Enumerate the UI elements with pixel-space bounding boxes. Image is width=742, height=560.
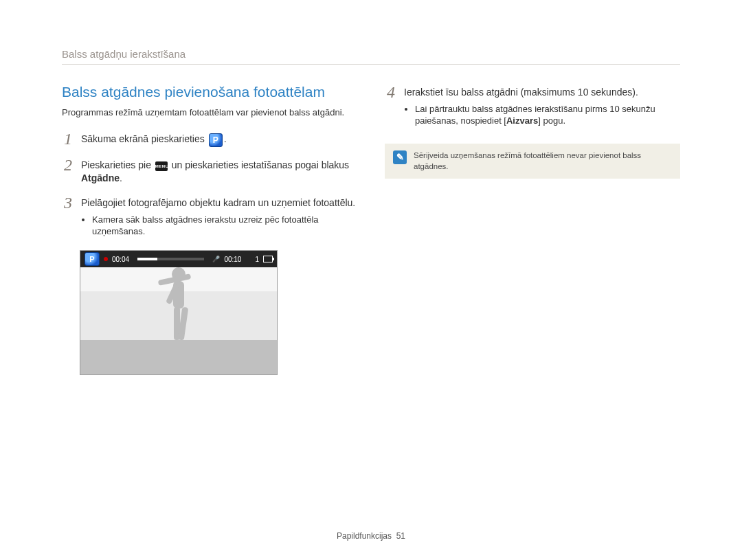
step-number: 4 bbox=[385, 84, 397, 100]
footer-section: Papildfunkcijas bbox=[337, 531, 392, 541]
note-icon: ✎ bbox=[393, 150, 407, 164]
step-number: 3 bbox=[62, 194, 74, 211]
note-text: Sērijveida uzņemšanas režīmā fotoattēlie… bbox=[414, 150, 672, 172]
subject-silhouette-icon bbox=[155, 263, 203, 346]
menu-icon bbox=[155, 161, 168, 171]
right-column: 4 Ierakstiet īsu balss atgādni (maksimum… bbox=[385, 84, 680, 375]
step-1-text-a: Sākuma ekrānā pieskarieties bbox=[81, 133, 207, 144]
breadcrumb: Balss atgādņu ierakstīšana bbox=[62, 48, 680, 65]
step-3: 3 Pielāgojiet fotografējamo objektu kadr… bbox=[62, 194, 357, 240]
step-2: 2 Pieskarieties pie un pieskarieties ies… bbox=[62, 157, 357, 185]
step-3-sub: Kamera sāk balss atgādnes ierakstu uzrei… bbox=[92, 214, 357, 238]
record-dot-icon bbox=[104, 257, 108, 261]
note-box: ✎ Sērijveida uzņemšanas režīmā fotoattēl… bbox=[385, 144, 680, 179]
mic-icon: 🎤 bbox=[212, 256, 220, 262]
step-2-text-c: . bbox=[120, 172, 122, 183]
step-number: 1 bbox=[62, 131, 74, 147]
program-mode-icon bbox=[209, 133, 223, 147]
total-time: 00:10 bbox=[224, 256, 241, 263]
page-title: Balss atgādnes pievienošana fotoattēlam bbox=[62, 84, 357, 100]
step-2-text-a: Pieskarieties pie bbox=[81, 159, 154, 170]
battery-icon bbox=[263, 256, 273, 262]
progress-bar bbox=[137, 258, 204, 260]
camera-preview: P 00:04 🎤 00:10 1 bbox=[80, 250, 278, 375]
step-2-text-b: un pieskarieties iestatīšanas pogai blak… bbox=[172, 159, 349, 170]
intro-text: Programmas režīmā uzņemtam fotoattēlam v… bbox=[62, 107, 357, 118]
step-1: 1 Sākuma ekrānā pieskarieties . bbox=[62, 131, 357, 147]
step-number: 2 bbox=[62, 157, 74, 173]
page-footer: Papildfunkcijas 51 bbox=[0, 531, 742, 541]
step-4-sub: Lai pārtrauktu balss atgādnes ierakstīša… bbox=[415, 103, 680, 127]
step-4: 4 Ierakstiet īsu balss atgādni (maksimum… bbox=[385, 84, 680, 130]
step-4-keyword: Aizvars bbox=[506, 115, 538, 126]
step-2-keyword: Atgādne bbox=[81, 172, 120, 183]
step-1-text-b: . bbox=[224, 133, 227, 144]
footer-page: 51 bbox=[396, 531, 405, 541]
step-4-sub-b: ] pogu. bbox=[538, 115, 565, 126]
step-3-text: Pielāgojiet fotografējamo objektu kadram… bbox=[81, 197, 355, 208]
step-4-text: Ierakstiet īsu balss atgādni (maksimums … bbox=[404, 87, 638, 98]
elapsed-time: 00:04 bbox=[112, 256, 129, 263]
shot-count: 1 bbox=[255, 256, 259, 263]
left-column: Balss atgādnes pievienošana fotoattēlam … bbox=[62, 84, 357, 375]
program-mode-icon: P bbox=[85, 252, 100, 266]
